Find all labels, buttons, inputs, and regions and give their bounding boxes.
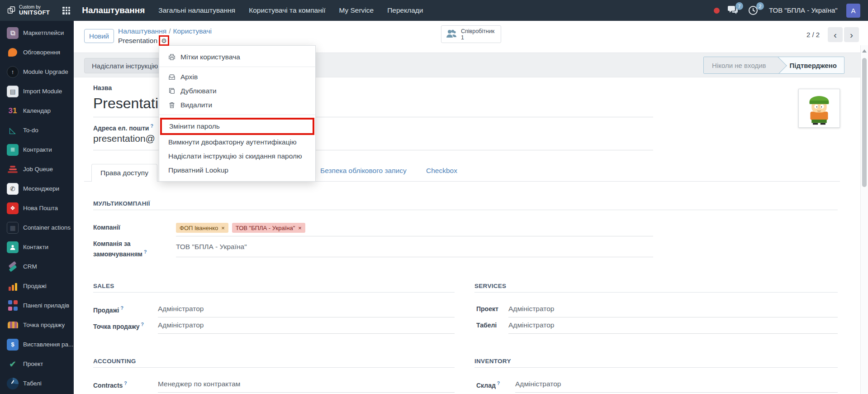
tag-remove-icon[interactable]: ×	[221, 225, 225, 231]
contracts-field[interactable]: Менеджер по контрактам	[158, 380, 240, 388]
actions-gear-icon[interactable]	[159, 35, 169, 46]
employee-stat-button[interactable]: Співробітник 1	[441, 25, 501, 43]
employees-icon	[446, 29, 457, 40]
sidebar-item-nova-poshta[interactable]: Нова Пошта	[0, 198, 74, 218]
state-never-connected[interactable]: Ніколи не входив	[704, 57, 778, 73]
section-multicompany-underline	[93, 210, 838, 210]
sidebar-item-invoicing[interactable]: Виставлення ра...	[0, 335, 74, 354]
new-button[interactable]: Новий	[84, 29, 114, 43]
warehouse-help-icon: ?	[497, 380, 500, 386]
section-services: SERVICES	[474, 283, 506, 289]
state-widget: Ніколи не входив Підтверджено	[703, 57, 844, 74]
scrollbar-thumb[interactable]	[862, 58, 867, 187]
module-upgrade-icon	[7, 66, 19, 78]
menu-users-companies[interactable]: Користувачі та компанії	[249, 6, 325, 14]
import-module-icon	[7, 86, 19, 97]
contracts-icon	[7, 144, 19, 156]
breadcrumb-settings[interactable]: Налаштування	[118, 27, 166, 35]
email-input[interactable]: presentation@	[93, 133, 155, 144]
sidebar-item-marketplaces[interactable]: Маркетплейси	[0, 23, 74, 43]
user-photo[interactable]	[798, 89, 840, 128]
sales-underline	[158, 317, 455, 317]
project-label: Проект	[476, 305, 498, 312]
tab-access-rights[interactable]: Права доступу	[91, 164, 157, 182]
tag-remove-icon[interactable]: ×	[298, 225, 302, 231]
sidebar-item-sales[interactable]: Продажі	[0, 276, 74, 296]
invoicing-icon	[7, 339, 19, 351]
tab-checkbox[interactable]: Checkbox	[426, 167, 457, 175]
menu-item-send-reset-instructions[interactable]: Надіслати інструкцію зі скидання паролю	[159, 149, 315, 163]
archive-icon	[168, 73, 175, 81]
sidebar-item-discuss[interactable]: Обговорення	[0, 43, 74, 62]
warehouse-field[interactable]: Адміністратор	[515, 380, 561, 388]
sidebar-item-messengers[interactable]: Месенджери	[0, 179, 74, 198]
menu-general-settings[interactable]: Загальні налаштування	[158, 6, 235, 14]
send-instruction-button[interactable]: Надіслати інструкцію	[84, 58, 166, 73]
menu-item-delete[interactable]: Видалити	[159, 98, 315, 112]
breadcrumb-users[interactable]: Користувачі	[173, 27, 212, 35]
sidebar-item-crm[interactable]: CRM	[0, 257, 74, 276]
marketplace-cube-icon	[7, 27, 19, 39]
sidebar-item-job-queue[interactable]: Job Queue	[0, 159, 74, 179]
state-confirmed[interactable]: Підтверджено	[778, 57, 844, 73]
activities-icon[interactable]: 2	[748, 5, 760, 16]
sidebar-item-todo[interactable]: To-do	[0, 120, 74, 140]
scrollbar-up-arrow-icon[interactable]	[862, 49, 867, 53]
scrollbar[interactable]	[860, 45, 868, 394]
pos-help-icon: ?	[141, 322, 143, 327]
menu-item-change-password[interactable]: Змінити пароль	[160, 118, 314, 135]
timesheets-field[interactable]: Адміністратор	[508, 321, 554, 329]
activities-badge: 2	[756, 2, 764, 10]
messengers-icon	[7, 183, 19, 195]
menu-item-disable-2fa[interactable]: Вимкнути двофакторну аутентифікацію	[159, 135, 315, 149]
sidebar-item-project[interactable]: Проект	[0, 354, 74, 374]
copy-icon	[168, 87, 175, 95]
default-company-field[interactable]: ТОВ "БПЛА - Україна"	[176, 243, 247, 251]
menu-divider	[159, 115, 315, 115]
contracts-underline	[158, 392, 455, 393]
menu-item-private-lookup[interactable]: Приватний Lookup	[159, 163, 315, 177]
unitsoft-logo[interactable]: Custom by UNITSOFT	[7, 5, 50, 16]
pager-prev-button[interactable]: ‹	[828, 27, 843, 42]
current-company[interactable]: ТОВ "БПЛА - Україна"	[769, 6, 838, 14]
pos-underline	[158, 333, 455, 334]
default-company-underline	[176, 257, 653, 257]
messages-icon[interactable]: 7	[727, 5, 739, 16]
section-multicompany: МУЛЬТИКОМПАНІЇ	[93, 200, 150, 207]
menu-translations[interactable]: Переклади	[387, 6, 423, 14]
employee-stat-label: Співробітник	[461, 28, 494, 34]
sidebar-item-module-upgrade[interactable]: Module Upgrade	[0, 62, 74, 82]
sidebar-item-contacts[interactable]: Контакти	[0, 237, 74, 257]
sales-field[interactable]: Адміністратор	[158, 305, 204, 313]
project-field[interactable]: Адміністратор	[508, 305, 554, 313]
sidebar-item-timesheets[interactable]: Табелі	[0, 374, 74, 393]
chevron-right-icon: ›	[850, 29, 853, 40]
email-label: Адреса ел. пошти?	[93, 123, 153, 132]
sidebar-item-calendar[interactable]: 31Календар	[0, 101, 74, 120]
menu-item-duplicate[interactable]: Дублювати	[159, 84, 315, 98]
sales-help-icon: ?	[120, 305, 123, 311]
default-company-label-2: замовчуванням?	[93, 249, 147, 258]
section-accounting-underline	[93, 367, 455, 368]
sales-icon	[7, 280, 19, 292]
calendar-31-icon: 31	[7, 105, 19, 117]
actions-dropdown-menu: Мітки користувача Архів Дублювати Видали…	[159, 45, 316, 182]
sidebar-item-dashboards[interactable]: Панелі приладів	[0, 296, 74, 315]
app-name[interactable]: Налаштування	[82, 5, 145, 15]
user-avatar[interactable]: A	[846, 4, 860, 18]
trash-icon	[168, 101, 175, 109]
section-sales: SALES	[93, 283, 114, 289]
container-actions-icon	[7, 222, 19, 234]
pager-next-button[interactable]: ›	[844, 27, 859, 42]
sidebar-item-container-actions[interactable]: Container actions	[0, 218, 74, 237]
companies-field[interactable]: ФОП Іваненко× ТОВ "БПЛА - Україна"×	[176, 223, 305, 233]
menu-my-service[interactable]: My Service	[339, 6, 374, 14]
sidebar-item-pos[interactable]: Точка продажу	[0, 315, 74, 335]
sidebar-item-contracts[interactable]: Контракти	[0, 140, 74, 159]
apps-grid-icon[interactable]	[62, 7, 70, 14]
menu-item-user-labels[interactable]: Мітки користувача	[159, 50, 315, 64]
tab-account-security[interactable]: Безпека облікового запису	[320, 167, 407, 175]
menu-item-archive[interactable]: Архів	[159, 70, 315, 84]
sidebar-item-import-module[interactable]: Import Module	[0, 82, 74, 101]
pos-field[interactable]: Адміністратор	[158, 321, 204, 329]
